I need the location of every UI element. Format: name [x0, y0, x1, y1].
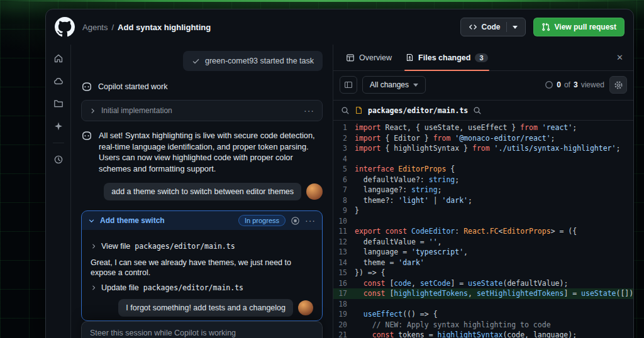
- code-text: [355, 216, 359, 227]
- code-text: language = 'typescript',: [355, 247, 468, 258]
- home-icon[interactable]: [50, 50, 67, 67]
- line-number[interactable]: 10: [333, 216, 355, 227]
- status-badge: In progress: [238, 215, 286, 226]
- line-number[interactable]: 16: [333, 278, 355, 289]
- search-icon[interactable]: [341, 106, 350, 115]
- step-update-path: packages/editor/main.ts: [143, 283, 243, 292]
- folder-icon[interactable]: [50, 95, 67, 112]
- copilot-started-row: Copilot started work: [81, 81, 323, 92]
- code-text: theme?: 'light' | 'dark';: [355, 195, 472, 206]
- step-view-file[interactable]: View file packages/editor/main.ts: [91, 242, 313, 251]
- code-line: 13 language = 'typescript',: [333, 247, 633, 258]
- chevron-down-icon[interactable]: [513, 26, 518, 29]
- code-text: const tokens = highlightSyntax(code, lan…: [355, 330, 577, 338]
- stop-icon[interactable]: [291, 216, 300, 226]
- line-number[interactable]: 6: [333, 175, 355, 185]
- copilot-summary-text: All set! Syntax highlighting is live wit…: [99, 130, 323, 174]
- copilot-icon: [81, 81, 92, 92]
- code-line: 15}) => {: [333, 268, 633, 278]
- file-path[interactable]: packages/editor/main.ts: [368, 106, 468, 115]
- chevron-down-icon: [88, 217, 95, 224]
- code-button[interactable]: Code: [460, 18, 526, 36]
- toggle-file-tree-icon[interactable]: [340, 76, 357, 94]
- search-in-file-icon[interactable]: [473, 106, 482, 115]
- user-message-row: add a theme switch to switch between edi…: [81, 183, 323, 200]
- line-number[interactable]: 14: [333, 258, 355, 268]
- breadcrumb-section[interactable]: Agents: [82, 23, 108, 32]
- code-button-label: Code: [482, 23, 501, 31]
- initial-implementation-label: Initial implementation: [101, 106, 172, 115]
- progress-circle-icon: [545, 80, 553, 89]
- viewed-label: viewed: [581, 80, 604, 89]
- overview-icon: [346, 53, 355, 62]
- history-icon[interactable]: [50, 151, 67, 168]
- cloud-icon[interactable]: [50, 72, 67, 90]
- task-card-header[interactable]: Add theme switch In progress ···: [82, 211, 322, 230]
- code-text: import { Editor } from '@monaco-editor/r…: [355, 133, 555, 144]
- line-number[interactable]: 9: [333, 205, 355, 216]
- avatar[interactable]: [298, 300, 313, 315]
- code-text: const [code, setCode] = useState(default…: [355, 278, 568, 289]
- github-logo-icon[interactable]: [55, 17, 75, 37]
- line-number[interactable]: 17: [333, 288, 355, 299]
- line-number[interactable]: 4: [333, 154, 355, 165]
- app-window: Agents / Add syntax highlighting Code Vi…: [45, 9, 634, 338]
- chevron-down-icon: [413, 84, 418, 87]
- code-line: 8 theme?: 'light' | 'dark';: [333, 195, 633, 206]
- changes-filter-label: All changes: [370, 80, 409, 89]
- user-message-bubble: add a theme switch to switch between edi…: [104, 183, 301, 200]
- code-text: import { highlightSyntax } from './utils…: [355, 143, 620, 154]
- more-options-icon[interactable]: ···: [305, 215, 316, 226]
- code-text: [355, 299, 359, 310]
- line-number[interactable]: 1: [333, 123, 355, 133]
- view-pull-request-button[interactable]: View pull request: [533, 18, 625, 36]
- gear-icon[interactable]: [609, 76, 627, 94]
- line-number[interactable]: 5: [333, 164, 355, 175]
- step-update-file[interactable]: Update file packages/editor/main.ts: [91, 283, 313, 292]
- code-line: 9}: [333, 205, 633, 216]
- viewed-progress: 0 of 3 viewed: [545, 80, 604, 89]
- line-number[interactable]: 13: [333, 247, 355, 258]
- code-viewer[interactable]: 1import React, { useState, useEffect } f…: [333, 121, 633, 338]
- code-text: defaultValue?: string;: [355, 175, 459, 185]
- chevron-right-icon: [91, 243, 97, 249]
- view-pull-request-label: View pull request: [555, 23, 616, 31]
- viewed-current: 0: [557, 80, 561, 89]
- code-text: useEffect(() => {: [355, 309, 438, 320]
- line-number[interactable]: 3: [333, 143, 355, 154]
- line-number[interactable]: 18: [333, 299, 355, 310]
- close-icon[interactable]: ✕: [613, 50, 627, 65]
- sparkle-icon[interactable]: [50, 117, 67, 135]
- code-line: 7 language?: string;: [333, 185, 633, 195]
- tab-overview[interactable]: Overview: [340, 45, 398, 70]
- step-update-label: Update file: [101, 283, 139, 292]
- line-number[interactable]: 12: [333, 237, 355, 248]
- code-line: 4: [333, 154, 633, 165]
- initial-implementation-box[interactable]: Initial implementation ···: [81, 100, 323, 121]
- line-number[interactable]: 8: [333, 195, 355, 206]
- copilot-note: Great, I can see we already have themes,…: [91, 258, 313, 278]
- copilot-icon: [81, 130, 92, 141]
- avatar[interactable]: [306, 183, 323, 200]
- user-message-bubble: I forgot something! add tests and a chan…: [118, 299, 293, 317]
- left-rail: [46, 45, 71, 338]
- tab-files-changed[interactable]: Files changed 3: [399, 45, 494, 70]
- line-number[interactable]: 2: [333, 133, 355, 144]
- code-line: 5interface EditorProps {: [333, 164, 633, 175]
- changes-filter-dropdown[interactable]: All changes: [362, 76, 426, 94]
- line-number[interactable]: 11: [333, 226, 355, 237]
- code-line: 14 theme = 'dark': [333, 258, 633, 268]
- code-line: 19 useEffect(() => {: [333, 309, 633, 320]
- tab-overview-label: Overview: [359, 53, 392, 62]
- line-number[interactable]: 21: [333, 330, 355, 338]
- files-changed-count: 3: [475, 53, 487, 62]
- line-number[interactable]: 20: [333, 320, 355, 330]
- line-number[interactable]: 15: [333, 268, 355, 278]
- code-lines: 1import React, { useState, useEffect } f…: [333, 123, 633, 338]
- files-panel: Overview Files changed 3 ✕ All changes: [333, 45, 633, 338]
- line-number[interactable]: 19: [333, 309, 355, 320]
- line-number[interactable]: 7: [333, 185, 355, 195]
- steer-session-input[interactable]: Steer this session while Copilot is work…: [81, 321, 323, 338]
- code-text: }) => {: [355, 268, 385, 278]
- more-options-icon[interactable]: ···: [304, 106, 314, 116]
